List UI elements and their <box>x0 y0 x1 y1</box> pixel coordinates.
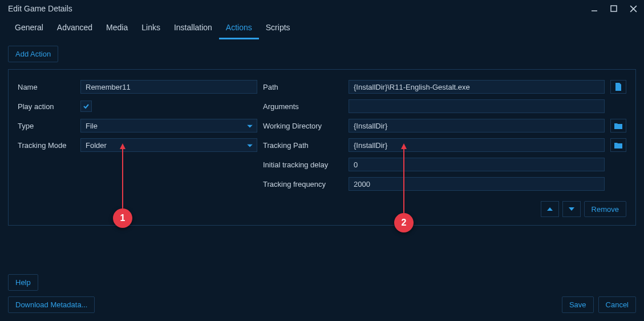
label-arguments: Arguments <box>263 102 343 111</box>
minimize-button[interactable] <box>589 3 600 14</box>
arguments-input[interactable] <box>349 99 605 113</box>
label-tracking-path: Tracking Path <box>263 141 343 150</box>
file-icon <box>615 83 622 91</box>
move-up-button[interactable] <box>541 201 559 217</box>
cancel-button[interactable]: Cancel <box>598 296 636 313</box>
action-panel: Name Path Play action Arguments Type <box>8 69 636 226</box>
form-grid: Name Path Play action Arguments Type <box>18 80 626 191</box>
download-metadata-button[interactable]: Download Metadata... <box>8 296 95 313</box>
check-icon <box>83 103 90 110</box>
titlebar: Edit Game Details <box>0 0 644 17</box>
tab-advanced[interactable]: Advanced <box>50 17 99 39</box>
svg-rect-1 <box>611 6 617 11</box>
tab-scripts[interactable]: Scripts <box>259 17 297 39</box>
label-name: Name <box>18 83 75 91</box>
label-tracking-frequency: Tracking frequency <box>263 180 343 188</box>
working-directory-input[interactable] <box>349 119 605 133</box>
close-button[interactable] <box>628 3 638 14</box>
tab-links[interactable]: Links <box>135 17 167 39</box>
label-initial-tracking-delay: Initial tracking delay <box>263 160 343 169</box>
working-directory-browse-button[interactable] <box>610 119 626 133</box>
panel-footer: Remove <box>18 201 626 217</box>
label-working-directory: Working Directory <box>263 122 343 130</box>
move-down-button[interactable] <box>562 201 581 217</box>
label-tracking-mode: Tracking Mode <box>18 141 75 150</box>
triangle-down-icon <box>569 207 574 211</box>
content: Add Action Name Path Play action Argumen… <box>0 40 644 231</box>
label-path: Path <box>263 83 343 91</box>
maximize-button[interactable] <box>609 3 619 14</box>
tab-media[interactable]: Media <box>99 17 135 39</box>
tabs: General Advanced Media Links Installatio… <box>0 17 644 40</box>
triangle-up-icon <box>547 207 553 211</box>
bottom-bar: Help Download Metadata... Save Cancel <box>0 268 644 321</box>
folder-icon <box>614 142 622 149</box>
tracking-path-browse-button[interactable] <box>610 138 626 152</box>
tab-actions[interactable]: Actions <box>219 17 259 39</box>
path-browse-button[interactable] <box>610 80 626 94</box>
folder-icon <box>614 123 622 129</box>
save-button[interactable]: Save <box>562 296 594 313</box>
path-input[interactable] <box>349 80 605 94</box>
tracking-frequency-input[interactable] <box>349 177 605 191</box>
play-action-checkbox[interactable] <box>80 101 92 112</box>
window-title: Edit Game Details <box>8 4 72 13</box>
initial-tracking-delay-input[interactable] <box>349 158 605 171</box>
window-controls <box>589 3 638 14</box>
tracking-mode-select[interactable] <box>80 138 257 152</box>
label-play-action: Play action <box>18 102 75 111</box>
label-type: Type <box>18 122 75 130</box>
remove-button[interactable]: Remove <box>584 201 626 217</box>
help-button[interactable]: Help <box>8 274 38 291</box>
type-select[interactable] <box>80 119 257 133</box>
name-input[interactable] <box>80 80 257 94</box>
tracking-path-input[interactable] <box>349 138 605 152</box>
add-action-button[interactable]: Add Action <box>8 46 58 62</box>
tab-installation[interactable]: Installation <box>167 17 219 39</box>
tab-general[interactable]: General <box>8 17 50 39</box>
